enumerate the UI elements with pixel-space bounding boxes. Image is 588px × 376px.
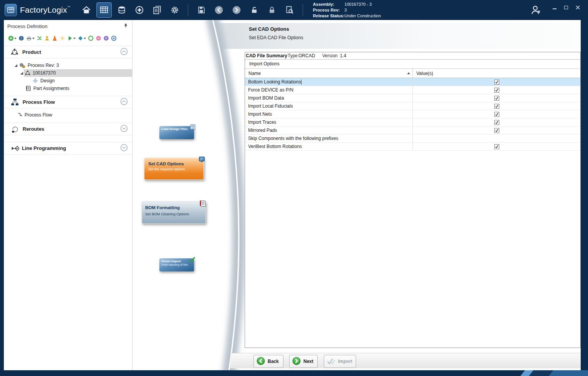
line-programming-label: Line Programming [22, 145, 66, 151]
maximize-button[interactable] [561, 3, 571, 12]
option-value-cell[interactable] [413, 110, 580, 118]
option-name[interactable]: Import Traces [245, 118, 413, 126]
flask-icon[interactable] [52, 35, 58, 41]
assembly-info: Assembly:100167370 - 3 Process Rev:3 Rel… [313, 2, 381, 19]
process-rev-icon [19, 62, 26, 69]
option-checkbox[interactable] [494, 128, 499, 133]
panel-title: Process Definition [7, 23, 48, 29]
wizard-step-set-cad-options[interactable]: Set CAD Options Set the required options [144, 158, 204, 180]
info-icon[interactable] [111, 35, 117, 41]
table-row[interactable]: Skip Components with the following prefi… [245, 135, 580, 143]
run-icon[interactable] [67, 35, 76, 41]
option-name[interactable]: VeriBest Bottom Rotations [245, 143, 413, 150]
tree-item-assembly[interactable]: 100167370 [4, 69, 132, 77]
expander-icon[interactable] [20, 72, 23, 75]
option-name[interactable]: Import Nets [245, 110, 413, 118]
option-checkbox[interactable] [494, 96, 499, 101]
option-value-cell[interactable] [413, 126, 580, 134]
option-checkbox[interactable] [494, 120, 499, 125]
assembly-value: 100167370 - 3 [345, 2, 372, 7]
pause-icon[interactable] [103, 35, 109, 41]
column-header-name[interactable]: Name [245, 69, 413, 78]
option-name[interactable]: Force DEVICE as P/N [245, 86, 413, 94]
table-row[interactable]: Import Traces [245, 118, 580, 126]
table-row[interactable]: Bottom Looking Rotations [245, 78, 580, 86]
documents-icon[interactable] [149, 2, 165, 18]
section-product[interactable]: Product [4, 46, 132, 58]
bom-book-icon [199, 200, 207, 210]
assembly-icon [25, 70, 31, 76]
expander-icon[interactable] [15, 64, 17, 67]
option-value-cell[interactable] [413, 135, 580, 142]
step-title: Set CAD Options [144, 158, 204, 167]
expand-down-icon[interactable] [120, 144, 128, 153]
navigator-icon[interactable] [132, 2, 147, 18]
section-process-flow[interactable]: Process Flow [4, 96, 132, 108]
option-checkbox[interactable] [494, 80, 499, 85]
remove-icon[interactable] [96, 35, 101, 41]
unlock-icon[interactable] [247, 2, 262, 18]
section-line-programming[interactable]: Line Programming [4, 142, 132, 155]
collapse-up-icon[interactable] [120, 48, 128, 57]
option-name[interactable]: Import Local Fiducials [245, 102, 413, 110]
next-arrow-icon [292, 356, 301, 367]
tree-item-process-rev[interactable]: Process Rev: 3 [4, 62, 132, 69]
print-icon[interactable] [26, 35, 35, 41]
search-document-icon[interactable] [282, 2, 297, 18]
user-gold-icon[interactable] [44, 35, 50, 41]
column-header-values[interactable]: Value(s) [413, 69, 580, 78]
table-row[interactable]: Import BOM Data [245, 94, 580, 102]
option-value-cell[interactable] [413, 102, 580, 110]
expand-down-icon[interactable] [120, 125, 128, 133]
option-name[interactable]: Import BOM Data [245, 94, 413, 102]
section-reroutes[interactable]: Reroutes [4, 123, 132, 135]
option-value-cell[interactable] [413, 78, 580, 86]
save-icon[interactable] [194, 2, 209, 18]
assembly-number-label: 100167370 [33, 70, 56, 76]
next-button[interactable]: Next [289, 355, 318, 368]
option-value-cell[interactable] [413, 86, 580, 94]
sync-icon[interactable] [88, 35, 94, 41]
option-name[interactable]: Skip Components with the following prefi… [245, 135, 413, 142]
option-checkbox[interactable] [494, 112, 499, 117]
shuffle-icon[interactable] [36, 35, 42, 41]
table-row[interactable]: Import Nets [245, 110, 580, 118]
web-icon[interactable] [18, 35, 24, 41]
option-value-cell[interactable] [413, 118, 580, 126]
option-name[interactable]: Bottom Looking Rotations [245, 78, 413, 86]
user-logout-icon[interactable] [527, 2, 544, 18]
wizard-step-load-design-files[interactable]: Load Design Files [159, 126, 194, 139]
back-button[interactable]: Back [253, 355, 283, 368]
import-button[interactable]: Import [324, 355, 356, 368]
option-name[interactable]: Mirrored Pads [245, 126, 413, 134]
process-rev-label: Process Rev: [313, 7, 345, 13]
flower-icon[interactable] [60, 35, 65, 41]
collapse-up-icon[interactable] [120, 98, 128, 106]
tree-item-process-flow[interactable]: Process Flow [4, 111, 132, 119]
pin-icon[interactable] [123, 23, 128, 30]
table-row[interactable]: Mirrored Pads [245, 126, 580, 135]
option-checkbox[interactable] [494, 88, 499, 93]
table-row[interactable]: Force DEVICE as P/N [245, 86, 580, 94]
option-value-cell[interactable] [413, 143, 580, 150]
process-definition-icon[interactable] [96, 2, 112, 18]
settings-gear-icon[interactable] [167, 2, 182, 18]
wizard-step-finish-import[interactable]: Finish Import Finish Importing of Files [159, 258, 194, 271]
option-checkbox[interactable] [494, 144, 499, 149]
tree-item-design[interactable]: Design [4, 77, 132, 85]
option-checkbox[interactable] [494, 104, 499, 109]
export-icon[interactable] [78, 35, 86, 41]
redo-forward-icon[interactable] [229, 2, 244, 18]
wizard-step-bom-formatting[interactable]: BOM Formatting Set BOM Cleaning Options [142, 201, 206, 224]
home-icon[interactable] [79, 2, 94, 18]
table-row[interactable]: Import Local Fiducials [245, 102, 580, 110]
tree-item-part-assignments[interactable]: Part Assignments [4, 85, 132, 92]
close-button[interactable] [573, 3, 583, 12]
database-icon[interactable] [114, 2, 129, 18]
undo-back-icon[interactable] [211, 2, 227, 18]
lock-icon[interactable] [264, 2, 280, 18]
add-item-icon[interactable] [8, 35, 17, 41]
minimize-button[interactable] [550, 3, 560, 12]
table-row[interactable]: VeriBest Bottom Rotations [245, 143, 580, 151]
option-value-cell[interactable] [413, 94, 580, 102]
